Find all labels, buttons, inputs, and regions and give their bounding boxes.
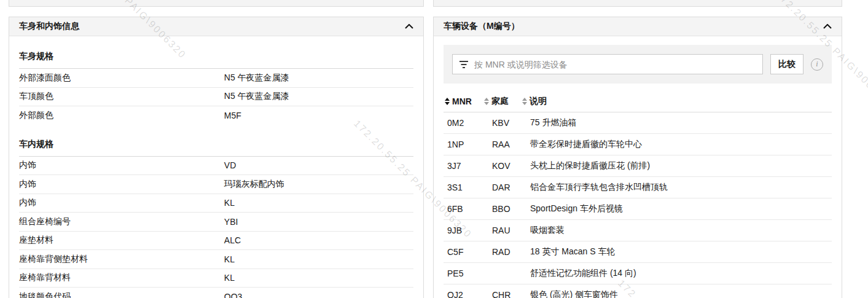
panel-vehicle-equipment: 车辆设备（M编号） 比较 i MNR 家庭 bbox=[433, 17, 842, 298]
section-interior-specs: 车内规格 内饰 VD 内饰 玛瑙灰标配内饰 内饰 KL 组合座椅编号 YBI 座… bbox=[19, 135, 413, 298]
spec-value: OQ3 bbox=[224, 292, 243, 298]
spec-row: 外部颜色 M5F bbox=[19, 106, 413, 125]
cell-family: BBO bbox=[492, 204, 530, 214]
section-title: 车身规格 bbox=[19, 47, 413, 69]
spec-row: 内饰 玛瑙灰标配内饰 bbox=[19, 175, 413, 194]
panel-header[interactable]: 服务/保养计划 bbox=[434, 0, 842, 7]
panel-service-plan-collapsed: 服务/保养计划 bbox=[433, 0, 842, 7]
table-row[interactable]: 3S1 DAR 铝合金车顶行李轨包含排水凹槽顶轨 bbox=[444, 177, 832, 198]
info-icon[interactable]: i bbox=[811, 58, 823, 71]
section-title: 车内规格 bbox=[19, 135, 413, 157]
column-label: 说明 bbox=[530, 96, 547, 107]
cell-description: 舒适性记忆功能组件 (14 向) bbox=[530, 268, 832, 279]
spec-value: KL bbox=[224, 198, 235, 208]
sort-icon[interactable] bbox=[522, 98, 527, 105]
cell-mnr: 0M2 bbox=[447, 118, 492, 128]
spec-label: 内饰 bbox=[19, 197, 224, 208]
panel-title: 服务/保养计划 bbox=[444, 0, 498, 1]
spec-value: ALC bbox=[224, 235, 241, 245]
filter-bar: 比较 i bbox=[444, 45, 832, 84]
column-header-mnr[interactable]: MNR bbox=[445, 96, 484, 107]
panel-title: 车身和内饰信息 bbox=[19, 21, 79, 32]
spec-value: N5 午夜蓝金属漆 bbox=[224, 91, 289, 102]
spec-row: 座椅靠背侧垫材料 KL bbox=[19, 250, 413, 269]
cell-description: 带全彩保时捷盾徽的车轮中心 bbox=[530, 139, 832, 150]
cell-family: RAD bbox=[492, 247, 530, 257]
cell-description: 75 升燃油箱 bbox=[530, 117, 832, 128]
cell-mnr: QJ2 bbox=[447, 290, 492, 298]
cell-mnr: 9JB bbox=[447, 225, 492, 235]
section-body-specs: 车身规格 外部漆面颜色 N5 午夜蓝金属漆 车顶颜色 N5 午夜蓝金属漆 外部颜… bbox=[19, 47, 413, 125]
table-row[interactable]: 9JB RAU 吸烟套装 bbox=[444, 220, 832, 241]
spec-label: 车顶颜色 bbox=[19, 91, 224, 102]
spec-row: 组合座椅编号 YBI bbox=[19, 213, 413, 232]
panel-header[interactable]: 车辆识别和一般信息 bbox=[9, 0, 423, 7]
spec-label: 座椅靠背材料 bbox=[19, 272, 224, 283]
filter-icon bbox=[459, 60, 469, 69]
sort-icon[interactable] bbox=[484, 98, 489, 105]
spec-row: 外部漆面颜色 N5 午夜蓝金属漆 bbox=[19, 69, 413, 88]
spec-label: 地毯颜色代码 bbox=[19, 291, 224, 298]
table-row[interactable]: 3J7 KOV 头枕上的保时捷盾徽压花 (前排) bbox=[444, 155, 832, 177]
column-header-family[interactable]: 家庭 bbox=[484, 96, 522, 107]
table-row[interactable]: C5F RAD 18 英寸 Macan S 车轮 bbox=[444, 241, 832, 263]
compare-button[interactable]: 比较 bbox=[770, 54, 803, 74]
equipment-filter-input[interactable] bbox=[474, 55, 756, 74]
spec-label: 外部漆面颜色 bbox=[19, 73, 224, 84]
table-row[interactable]: 1NP RAA 带全彩保时捷盾徽的车轮中心 bbox=[444, 134, 832, 155]
cell-family: RAA bbox=[492, 139, 530, 149]
sort-icon[interactable] bbox=[445, 98, 450, 105]
cell-family: KOV bbox=[492, 161, 530, 171]
spec-row: 地毯颜色代码 OQ3 bbox=[19, 288, 413, 298]
spec-label: 组合座椅编号 bbox=[19, 216, 224, 227]
spec-row: 座垫材料 ALC bbox=[19, 232, 413, 251]
panel-header[interactable]: 车身和内饰信息 bbox=[9, 17, 423, 36]
table-row[interactable]: QJ2 CHR 银色 (高光) 侧车窗饰件 bbox=[444, 284, 832, 298]
table-row[interactable]: 6FB BBO SportDesign 车外后视镜 bbox=[444, 198, 832, 220]
table-row[interactable]: PE5 舒适性记忆功能组件 (14 向) bbox=[444, 263, 832, 284]
column-header-description[interactable]: 说明 bbox=[522, 96, 832, 107]
spec-label: 座垫材料 bbox=[19, 235, 224, 246]
panel-vehicle-identification-collapsed: 车辆识别和一般信息 bbox=[9, 0, 424, 7]
cell-description: 吸烟套装 bbox=[530, 225, 832, 236]
chevron-up-icon[interactable] bbox=[823, 24, 832, 29]
cell-description: 铝合金车顶行李轨包含排水凹槽顶轨 bbox=[530, 182, 832, 193]
cell-description: SportDesign 车外后视镜 bbox=[530, 203, 832, 214]
cell-family: RAU bbox=[492, 225, 530, 235]
spec-value: N5 午夜蓝金属漆 bbox=[224, 73, 289, 84]
body-interior-list: 车身规格 外部漆面颜色 N5 午夜蓝金属漆 车顶颜色 N5 午夜蓝金属漆 外部颜… bbox=[9, 36, 423, 298]
equipment-table: MNR 家庭 说明 0M2 KBV 75 升燃油箱 1NP RAA 带全 bbox=[444, 96, 832, 298]
cell-mnr: C5F bbox=[447, 247, 492, 257]
spec-value: YBI bbox=[224, 217, 238, 227]
panel-title: 车辆识别和一般信息 bbox=[19, 0, 96, 1]
cell-description: 银色 (高光) 侧车窗饰件 bbox=[530, 289, 832, 298]
cell-family: CHR bbox=[492, 290, 530, 298]
equipment-table-header: MNR 家庭 说明 bbox=[444, 96, 832, 112]
cell-mnr: 6FB bbox=[447, 204, 492, 214]
cell-mnr: 3S1 bbox=[447, 182, 492, 192]
equipment-body: 比较 i MNR 家庭 说明 0M2 KBV bbox=[434, 36, 842, 298]
spec-row: 内饰 VD bbox=[19, 157, 413, 176]
column-label: 家庭 bbox=[491, 96, 509, 107]
table-row[interactable]: 0M2 KBV 75 升燃油箱 bbox=[444, 112, 832, 134]
spec-label: 座椅靠背侧垫材料 bbox=[19, 254, 224, 265]
equipment-filter-box[interactable] bbox=[452, 54, 763, 74]
spec-value: M5F bbox=[224, 111, 241, 120]
cell-mnr: 3J7 bbox=[447, 161, 492, 171]
spec-label: 内饰 bbox=[19, 179, 224, 190]
spec-row: 座椅靠背材料 KL bbox=[19, 269, 413, 288]
column-label: MNR bbox=[452, 96, 472, 106]
cell-family: DAR bbox=[492, 182, 530, 192]
spec-value: VD bbox=[224, 160, 236, 170]
cell-description: 头枕上的保时捷盾徽压花 (前排) bbox=[530, 160, 832, 171]
spec-value: KL bbox=[224, 254, 235, 264]
spec-value: 玛瑙灰标配内饰 bbox=[224, 179, 284, 190]
cell-description: 18 英寸 Macan S 车轮 bbox=[530, 246, 832, 257]
spec-row: 车顶颜色 N5 午夜蓝金属漆 bbox=[19, 88, 413, 107]
chevron-up-icon[interactable] bbox=[405, 24, 413, 29]
panel-title: 车辆设备（M编号） bbox=[444, 21, 520, 32]
spec-label: 内饰 bbox=[19, 160, 224, 171]
panel-header[interactable]: 车辆设备（M编号） bbox=[434, 17, 842, 36]
spec-row: 内饰 KL bbox=[19, 194, 413, 213]
spec-value: KL bbox=[224, 273, 235, 283]
